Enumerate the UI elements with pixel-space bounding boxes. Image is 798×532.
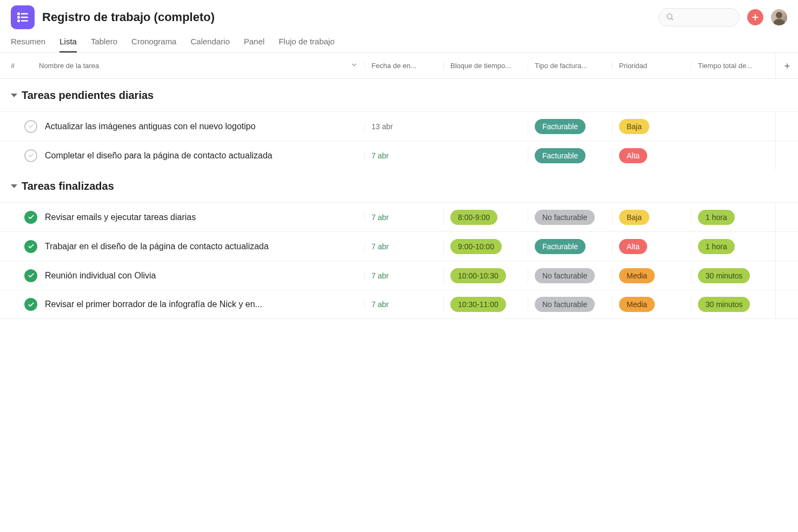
complete-toggle[interactable] <box>24 240 37 253</box>
totaltime-pill[interactable]: 30 minutos <box>698 268 750 283</box>
timeblock-cell[interactable]: 8:00-9:00 <box>443 210 528 225</box>
caret-down-icon <box>11 184 17 188</box>
timeblock-pill[interactable]: 10:00-10:30 <box>450 268 506 283</box>
task-row[interactable]: Actualizar las imágenes antiguas con el … <box>0 111 798 141</box>
page-title: Registro de trabajo (completo) <box>42 10 215 24</box>
complete-toggle[interactable] <box>24 269 37 282</box>
timeblock-pill[interactable]: 8:00-9:00 <box>450 210 497 225</box>
complete-toggle[interactable] <box>24 211 37 224</box>
due-date-cell[interactable]: 7 abr <box>364 213 443 222</box>
column-number: # <box>11 62 39 70</box>
task-row[interactable]: Reunión individual con Olivia7 abr10:00-… <box>0 261 798 290</box>
priority-cell[interactable]: Media <box>612 268 691 283</box>
billing-cell[interactable]: No facturable <box>528 210 612 225</box>
tab-flujo-de-trabajo[interactable]: Flujo de trabajo <box>278 37 334 52</box>
totaltime-pill[interactable]: 1 hora <box>698 239 735 254</box>
timeblock-pill[interactable]: 9:00-10:00 <box>450 239 502 254</box>
task-name[interactable]: Revisar emails y ejecutar tareas diarias <box>45 212 364 222</box>
svg-point-4 <box>18 20 19 22</box>
section-header[interactable]: Tareas pendientes diarias <box>0 79 798 111</box>
totaltime-cell[interactable]: 1 hora <box>691 210 775 225</box>
svg-line-7 <box>671 18 673 20</box>
totaltime-cell[interactable]: 1 hora <box>691 239 775 254</box>
timeblock-cell[interactable]: 10:00-10:30 <box>443 268 528 283</box>
priority-pill[interactable]: Media <box>619 268 655 283</box>
column-due-date[interactable]: Fecha de en... <box>364 62 443 70</box>
task-name[interactable]: Completar el diseño para la página de co… <box>45 151 364 161</box>
search-box[interactable] <box>659 8 740 26</box>
task-row[interactable]: Completar el diseño para la página de co… <box>0 141 798 170</box>
due-date-cell[interactable]: 7 abr <box>364 271 443 280</box>
task-name[interactable]: Reunión individual con Olivia <box>45 271 364 281</box>
tab-cronograma[interactable]: Cronograma <box>131 37 176 52</box>
billing-pill[interactable]: No facturable <box>535 210 595 225</box>
tab-tablero[interactable]: Tablero <box>91 37 117 52</box>
search-icon <box>666 12 674 23</box>
billing-pill[interactable]: Facturable <box>535 239 586 254</box>
section-title: Tareas finalizadas <box>22 180 114 192</box>
column-task-name[interactable]: Nombre de la tarea <box>39 62 350 70</box>
priority-pill[interactable]: Alta <box>619 148 647 163</box>
priority-pill[interactable]: Alta <box>619 239 647 254</box>
task-name[interactable]: Actualizar las imágenes antiguas con el … <box>45 122 364 131</box>
billing-cell[interactable]: No facturable <box>528 297 612 312</box>
tab-calendario[interactable]: Calendario <box>190 37 230 52</box>
svg-point-0 <box>18 13 19 15</box>
tab-panel[interactable]: Panel <box>244 37 264 52</box>
column-total-time[interactable]: Tiempo total de... <box>691 62 775 70</box>
priority-pill[interactable]: Media <box>619 297 655 312</box>
billing-cell[interactable]: Facturable <box>528 119 612 134</box>
project-icon[interactable] <box>11 5 35 29</box>
billing-pill[interactable]: Facturable <box>535 119 586 134</box>
task-row[interactable]: Revisar el primer borrador de la infogra… <box>0 290 798 319</box>
due-date-cell[interactable]: 13 abr <box>364 122 443 131</box>
due-date-cell[interactable]: 7 abr <box>364 242 443 251</box>
totaltime-cell[interactable]: 30 minutos <box>691 297 775 312</box>
priority-cell[interactable]: Baja <box>612 119 691 134</box>
due-date-cell[interactable]: 7 abr <box>364 300 443 309</box>
add-column-button[interactable] <box>775 53 798 78</box>
section-title: Tareas pendientes diarias <box>22 89 154 102</box>
totaltime-pill[interactable]: 30 minutos <box>698 297 750 312</box>
avatar[interactable] <box>771 9 787 25</box>
priority-cell[interactable]: Alta <box>612 148 691 163</box>
task-name[interactable]: Trabajar en el diseño de la página de co… <box>45 242 364 251</box>
complete-toggle[interactable] <box>24 149 37 162</box>
add-button[interactable] <box>747 9 763 25</box>
complete-toggle[interactable] <box>24 298 37 311</box>
billing-cell[interactable]: Facturable <box>528 239 612 254</box>
billing-cell[interactable]: Facturable <box>528 148 612 163</box>
svg-point-6 <box>667 14 672 18</box>
task-name[interactable]: Revisar el primer borrador de la infogra… <box>45 300 364 309</box>
due-date-cell[interactable]: 7 abr <box>364 151 443 160</box>
section-header[interactable]: Tareas finalizadas <box>0 170 798 202</box>
column-timeblock[interactable]: Bloque de tiempo... <box>443 62 528 70</box>
billing-pill[interactable]: Facturable <box>535 148 586 163</box>
tab-resumen[interactable]: Resumen <box>11 37 45 52</box>
svg-point-2 <box>18 17 19 18</box>
task-row[interactable]: Revisar emails y ejecutar tareas diarias… <box>0 202 798 231</box>
priority-pill[interactable]: Baja <box>619 210 649 225</box>
timeblock-cell[interactable]: 10:30-11:00 <box>443 297 528 312</box>
totaltime-pill[interactable]: 1 hora <box>698 210 735 225</box>
caret-down-icon <box>11 94 17 97</box>
column-priority[interactable]: Prioridad <box>612 62 691 70</box>
billing-pill[interactable]: No facturable <box>535 268 595 283</box>
task-row[interactable]: Trabajar en el diseño de la página de co… <box>0 231 798 261</box>
priority-cell[interactable]: Baja <box>612 210 691 225</box>
priority-cell[interactable]: Alta <box>612 239 691 254</box>
timeblock-pill[interactable]: 10:30-11:00 <box>450 297 506 312</box>
timeblock-cell[interactable]: 9:00-10:00 <box>443 239 528 254</box>
chevron-down-icon[interactable] <box>350 61 358 70</box>
column-billing-type[interactable]: Tipo de factura... <box>528 62 612 70</box>
totaltime-cell[interactable]: 30 minutos <box>691 268 775 283</box>
complete-toggle[interactable] <box>24 120 37 133</box>
billing-pill[interactable]: No facturable <box>535 297 595 312</box>
tab-lista[interactable]: Lista <box>59 37 77 52</box>
priority-cell[interactable]: Media <box>612 297 691 312</box>
priority-pill[interactable]: Baja <box>619 119 649 134</box>
billing-cell[interactable]: No facturable <box>528 268 612 283</box>
